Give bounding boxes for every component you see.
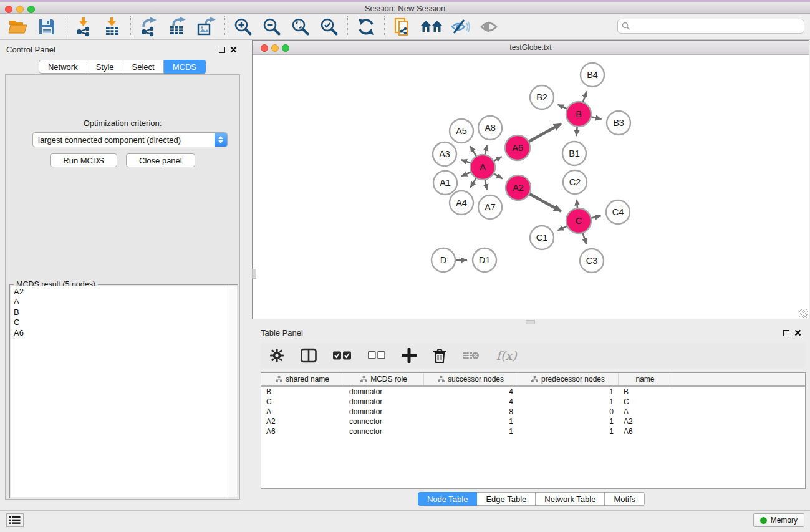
edge-C-C2[interactable] — [577, 200, 577, 209]
close-panel-button[interactable]: Close panel — [126, 153, 195, 167]
edge-B-B1[interactable] — [576, 126, 577, 136]
refresh-icon[interactable] — [354, 16, 378, 38]
cell-shared-name[interactable]: B — [261, 387, 344, 396]
cell-shared-name[interactable]: A6 — [261, 427, 344, 436]
edge-C-C3[interactable] — [582, 232, 586, 244]
select-all-columns-icon[interactable] — [333, 351, 352, 360]
mcds-result-item[interactable]: A6 — [14, 328, 229, 338]
network-from-selection-icon[interactable] — [391, 16, 415, 38]
edge-A-A4[interactable] — [470, 177, 476, 188]
network-vertical-scroll-nub[interactable] — [252, 269, 256, 279]
zoom-fit-icon[interactable] — [289, 16, 312, 38]
table-row[interactable]: Bdominator41B — [261, 387, 805, 397]
cell-predecessor-nodes[interactable]: 1 — [518, 387, 619, 396]
import-table-icon[interactable] — [100, 16, 124, 38]
edge-A-A3[interactable] — [461, 160, 471, 163]
cell-successor-nodes[interactable]: 8 — [424, 407, 518, 416]
edge-C-C1[interactable] — [557, 226, 567, 230]
hide-details-icon[interactable] — [448, 16, 472, 38]
float-table-panel-icon[interactable] — [783, 330, 789, 336]
cell-successor-nodes[interactable]: 1 — [424, 417, 518, 426]
column-header-name[interactable]: name — [619, 373, 672, 385]
task-history-button[interactable] — [6, 513, 24, 527]
table-row[interactable]: A6connector11A6 — [261, 427, 805, 437]
cell-MCDS-role[interactable]: dominator — [344, 397, 424, 406]
table-row[interactable]: A2connector11A2 — [261, 417, 805, 427]
edge-B-B3[interactable] — [591, 117, 602, 119]
run-mcds-button[interactable]: Run MCDS — [50, 153, 117, 167]
network-canvas[interactable]: AA1A2A3A4A5A6A7A8BB1B2B3B4CC1C2C3C4DD1 — [253, 55, 809, 319]
save-session-icon[interactable] — [35, 16, 59, 38]
export-table-icon[interactable] — [166, 16, 190, 38]
edge-A-A8[interactable] — [485, 145, 487, 156]
zoom-selected-icon[interactable] — [317, 16, 341, 38]
export-image-icon[interactable] — [195, 16, 218, 38]
cell-successor-nodes[interactable]: 1 — [424, 427, 518, 436]
column-header-shared-name[interactable]: shared name — [261, 373, 344, 385]
delete-table-icon[interactable] — [463, 350, 480, 361]
show-details-icon[interactable] — [477, 16, 501, 38]
cell-successor-nodes[interactable]: 4 — [424, 387, 518, 396]
cell-name[interactable]: A — [619, 407, 672, 416]
mcds-result-scrollbar[interactable] — [229, 286, 237, 497]
open-session-icon[interactable] — [6, 16, 30, 38]
table-row[interactable]: Cdominator41C — [261, 397, 805, 407]
cell-shared-name[interactable]: A — [261, 407, 344, 416]
cell-name[interactable]: A6 — [619, 427, 672, 436]
tab-style[interactable]: Style — [87, 60, 123, 74]
edge-C-C4[interactable] — [591, 216, 601, 218]
zoom-out-icon[interactable] — [260, 16, 284, 38]
cell-name[interactable]: A2 — [619, 417, 672, 426]
cell-predecessor-nodes[interactable]: 1 — [518, 427, 619, 436]
tab-network-table[interactable]: Network Table — [536, 492, 605, 506]
cell-successor-nodes[interactable]: 4 — [424, 397, 518, 406]
memory-button[interactable]: Memory — [753, 513, 804, 527]
horizontal-splitter-handle[interactable] — [526, 320, 535, 324]
tab-select[interactable]: Select — [123, 60, 164, 74]
criterion-dropdown[interactable]: largest connected component (directed) — [32, 132, 228, 147]
edge-B-B4[interactable] — [582, 91, 587, 103]
cell-predecessor-nodes[interactable]: 1 — [518, 417, 619, 426]
column-header-predecessor-nodes[interactable]: predecessor nodes — [518, 373, 619, 385]
edge-A-A2[interactable] — [493, 173, 502, 179]
function-builder-icon[interactable]: f(x) — [496, 349, 517, 362]
cell-name[interactable]: B — [619, 387, 672, 396]
network-window-titlebar[interactable]: testGlobe.txt — [253, 41, 809, 55]
edge-A2-C[interactable] — [529, 193, 561, 211]
edge-A-A1[interactable] — [461, 172, 472, 176]
edge-A-A5[interactable] — [470, 146, 476, 157]
edge-A6-B[interactable] — [528, 123, 561, 142]
edge-A-A7[interactable] — [485, 179, 487, 190]
cell-shared-name[interactable]: C — [261, 397, 344, 406]
cell-MCDS-role[interactable]: connector — [344, 427, 424, 436]
search-input[interactable] — [630, 22, 804, 31]
cell-MCDS-role[interactable]: dominator — [344, 407, 424, 416]
mcds-result-item[interactable]: C — [14, 317, 229, 327]
home-icon[interactable] — [420, 16, 443, 38]
cell-MCDS-role[interactable]: connector — [344, 417, 424, 426]
column-view-icon[interactable] — [301, 348, 317, 363]
mcds-result-list[interactable]: A2ABCA6 — [11, 286, 229, 497]
zoom-in-icon[interactable] — [231, 16, 255, 38]
float-panel-icon[interactable] — [219, 47, 225, 53]
node-table[interactable]: shared nameMCDS rolesuccessor nodesprede… — [261, 372, 806, 489]
network-resize-grip[interactable] — [799, 309, 808, 318]
column-header-MCDS-role[interactable]: MCDS role — [344, 373, 424, 385]
close-table-panel-icon[interactable] — [794, 329, 801, 336]
close-panel-icon[interactable] — [230, 46, 237, 53]
delete-column-icon[interactable] — [433, 348, 446, 364]
cell-name[interactable]: C — [619, 397, 672, 406]
mcds-result-item[interactable]: A2 — [14, 287, 229, 297]
mcds-result-item[interactable]: B — [14, 307, 229, 317]
mcds-result-item[interactable]: A — [14, 297, 229, 307]
cell-MCDS-role[interactable]: dominator — [344, 387, 424, 396]
tab-edge-table[interactable]: Edge Table — [477, 492, 536, 506]
cell-predecessor-nodes[interactable]: 0 — [518, 407, 619, 416]
import-network-icon[interactable] — [72, 16, 95, 38]
tab-mcds[interactable]: MCDS — [164, 60, 206, 74]
tab-network[interactable]: Network — [39, 60, 87, 74]
edge-B-B2[interactable] — [557, 105, 567, 109]
column-header-successor-nodes[interactable]: successor nodes — [424, 373, 518, 385]
export-network-icon[interactable] — [137, 16, 161, 38]
settings-gear-icon[interactable] — [269, 348, 284, 363]
